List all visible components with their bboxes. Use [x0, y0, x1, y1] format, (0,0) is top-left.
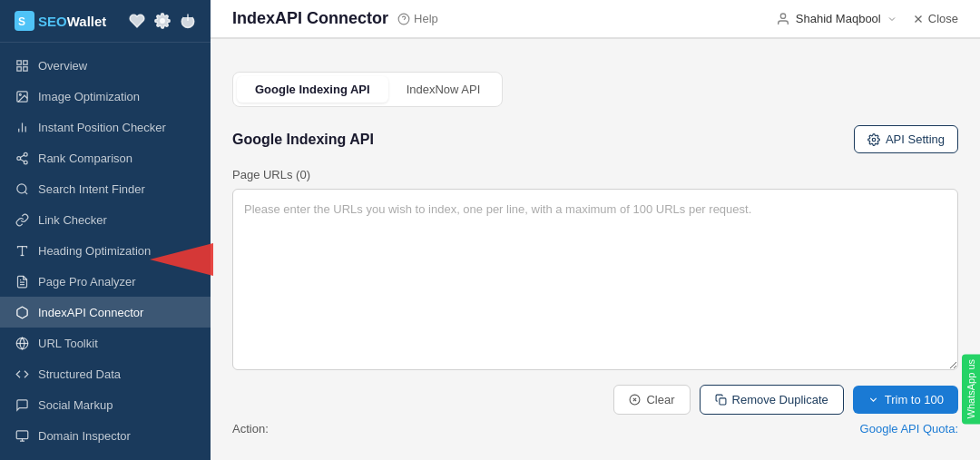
search-intent-icon [15, 181, 29, 196]
api-setting-button[interactable]: API Setting [854, 125, 958, 153]
settings-small-icon [867, 133, 880, 146]
sidebar-item-redirects-manager[interactable]: Redirects Manager [0, 451, 211, 460]
social-icon [15, 397, 29, 412]
page-urls-label: Page URLs (0) [232, 168, 958, 181]
sidebar-item-overview[interactable]: Overview [0, 50, 211, 81]
logo-text: SEOWallet [38, 14, 106, 29]
svg-text:S: S [18, 15, 25, 28]
logo-icon: S [15, 11, 34, 31]
page-title: IndexAPI Connector Help [232, 9, 438, 28]
settings-icon[interactable] [154, 13, 171, 29]
url-icon [15, 336, 29, 350]
svg-point-41 [780, 14, 785, 18]
sidebar-item-position-checker[interactable]: Instant Position Checker [0, 112, 211, 142]
whatsapp-tab[interactable]: WhatsApp us [962, 354, 980, 424]
power-icon[interactable] [180, 13, 196, 29]
position-icon [15, 120, 29, 134]
connector-icon [15, 305, 29, 319]
section-header: Google Indexing API API Setting [232, 125, 958, 153]
svg-rect-26 [16, 430, 28, 438]
clear-icon [629, 394, 641, 406]
tab-indexnow[interactable]: IndexNow API [388, 76, 499, 103]
sidebar-item-link-checker[interactable]: Link Checker [0, 204, 211, 235]
clear-button[interactable]: Clear [613, 385, 690, 415]
image-icon [15, 89, 29, 103]
header-right: Shahid Maqbool Close [776, 12, 958, 26]
url-textarea[interactable] [232, 189, 958, 370]
analyzer-icon [15, 274, 29, 289]
main-header: IndexAPI Connector Help Shahid Maqbool C… [211, 0, 980, 38]
sidebar-item-rank-comparison[interactable]: Rank Comparison [0, 142, 211, 173]
sidebar-item-search-intent[interactable]: Search Intent Finder [0, 173, 211, 204]
svg-point-9 [19, 93, 21, 95]
help-link[interactable]: Help [397, 12, 438, 25]
sidebar: S SEOWallet Overview [0, 0, 211, 460]
help-icon [397, 13, 410, 25]
domain-icon [15, 428, 29, 443]
action-row: Clear Remove Duplicate Trim to 100 [232, 385, 958, 415]
user-info[interactable]: Shahid Maqbool [776, 12, 897, 26]
close-icon [912, 13, 925, 25]
tab-google-indexing[interactable]: Google Indexing API [237, 76, 388, 103]
svg-rect-4 [16, 60, 20, 64]
sidebar-header: S SEOWallet [0, 0, 211, 43]
user-icon [776, 12, 790, 26]
trim-icon [867, 394, 879, 406]
sidebar-item-heading-optimization[interactable]: Heading Optimization [0, 235, 211, 266]
quota-label: Google API Quota: [860, 422, 958, 436]
sidebar-item-social-markup[interactable]: Social Markup [0, 389, 211, 420]
svg-point-14 [16, 156, 20, 160]
trim-button[interactable]: Trim to 100 [853, 386, 958, 414]
svg-point-13 [24, 152, 27, 156]
svg-line-16 [20, 159, 24, 161]
sidebar-item-page-pro-analyzer[interactable]: Page Pro Analyzer [0, 266, 211, 297]
sidebar-item-image-optimization[interactable]: Image Optimization [0, 81, 211, 112]
svg-rect-48 [719, 398, 725, 405]
svg-rect-5 [23, 60, 26, 64]
svg-point-44 [872, 138, 876, 142]
svg-line-17 [20, 155, 24, 157]
grid-icon [15, 58, 29, 73]
sidebar-item-indexapi-connector[interactable]: IndexAPI Connector [0, 297, 211, 328]
svg-point-15 [24, 161, 27, 164]
action-label: Action: [232, 422, 269, 436]
sidebar-nav: Overview Image Optimization Instant Posi… [0, 43, 211, 460]
footer-row: Action: Google API Quota: [232, 422, 958, 436]
rank-icon [15, 151, 29, 165]
svg-rect-7 [23, 66, 26, 70]
main-content-area: IndexAPI Connector Help Shahid Maqbool C… [211, 0, 980, 460]
tab-group: Google Indexing API IndexNow API [232, 72, 503, 107]
svg-rect-6 [16, 66, 20, 70]
sidebar-item-structured-data[interactable]: Structured Data [0, 358, 211, 389]
duplicate-icon [715, 394, 727, 406]
svg-point-18 [16, 183, 25, 192]
sidebar-item-url-toolkit[interactable]: URL Toolkit [0, 328, 211, 358]
link-icon [15, 212, 29, 227]
heart-icon[interactable] [129, 13, 145, 29]
structured-icon [15, 367, 29, 381]
remove-duplicate-button[interactable]: Remove Duplicate [700, 385, 844, 415]
close-button[interactable]: Close [912, 12, 958, 25]
svg-line-19 [24, 191, 27, 194]
heading-icon [15, 243, 29, 258]
main-scrollable-content: Google Indexing API IndexNow API Google … [211, 54, 980, 460]
sidebar-item-domain-inspector[interactable]: Domain Inspector [0, 420, 211, 451]
chevron-down-icon [887, 14, 897, 24]
